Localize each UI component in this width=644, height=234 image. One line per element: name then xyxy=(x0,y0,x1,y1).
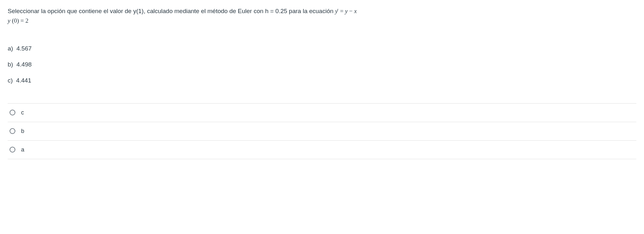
option-c: c) 4.441 xyxy=(8,77,636,84)
question-intro: Seleccionar la opción que contiene el va… xyxy=(8,8,335,14)
radio-icon xyxy=(10,110,15,115)
answer-choice-b[interactable]: b xyxy=(8,122,636,140)
equation-initial-condition: y (0) = 2 xyxy=(8,17,28,24)
option-value: 4.441 xyxy=(16,77,31,84)
option-letter: b) xyxy=(8,61,13,68)
answers-list: c b a xyxy=(8,103,636,159)
question-text: Seleccionar la opción que contiene el va… xyxy=(8,6,636,26)
answer-label: c xyxy=(21,109,24,116)
radio-icon xyxy=(10,147,15,152)
answer-choice-a[interactable]: a xyxy=(8,140,636,159)
radio-icon xyxy=(10,128,15,134)
option-letter: a) xyxy=(8,45,13,52)
answer-label: a xyxy=(21,146,24,153)
answer-choice-c[interactable]: c xyxy=(8,103,636,122)
option-a: a) 4.567 xyxy=(8,45,636,52)
option-value: 4.567 xyxy=(16,45,32,52)
option-letter: c) xyxy=(8,77,13,84)
answer-label: b xyxy=(21,128,24,135)
options-block: a) 4.567 b) 4.498 c) 4.441 xyxy=(8,45,636,84)
option-value: 4.498 xyxy=(16,61,32,68)
equation-ode: y′ = y − x xyxy=(335,8,357,14)
option-b: b) 4.498 xyxy=(8,61,636,68)
